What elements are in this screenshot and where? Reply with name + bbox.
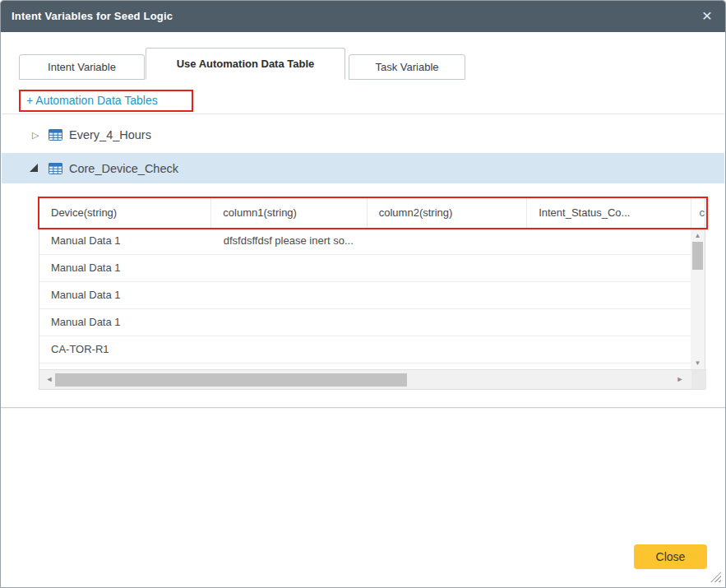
column-header-partial[interactable]: c [691, 198, 705, 228]
table-cell: Manual Data 1 [39, 255, 212, 281]
table-cell [212, 255, 368, 281]
close-button[interactable]: Close [634, 544, 707, 569]
vertical-scrollbar[interactable]: ▲ ▼ [691, 228, 705, 371]
tree-item-label: Every_4_Hours [69, 128, 151, 141]
add-automation-data-tables-link[interactable]: + Automation Data Tables [26, 94, 158, 107]
divider-under-link [2, 113, 724, 114]
table-row[interactable]: Manual Data 1 [39, 309, 692, 336]
tab-task-variable[interactable]: Task Variable [349, 54, 465, 80]
table-row[interactable]: Manual Data 1 [39, 282, 692, 309]
dialog-title: Intent Variables for Seed Logic [12, 1, 173, 32]
tab-intent-variable[interactable]: Intent Variable [19, 54, 145, 80]
table-cell [368, 309, 529, 336]
table-grid-icon [49, 163, 62, 174]
scroll-right-icon[interactable]: ► [673, 370, 687, 389]
column-header-intent-status-co[interactable]: Intent_Status_Co... [527, 198, 691, 228]
table-row[interactable]: Manual Data 1dfsfdsffdsf please inert so… [39, 228, 692, 255]
table-cell [528, 228, 692, 254]
table-cell [528, 336, 692, 363]
table-cell [528, 309, 692, 336]
horizontal-scrollbar[interactable]: ◄ ► [39, 369, 706, 389]
scroll-down-icon[interactable]: ▼ [691, 357, 705, 369]
table-cell: dfsfdsffdsf please inert so... [212, 228, 368, 254]
table-cell: Manual Data 1 [39, 282, 212, 308]
intent-variables-dialog: Intent Variables for Seed Logic × Intent… [0, 0, 726, 588]
table-body: Manual Data 1dfsfdsffdsf please inert so… [39, 228, 692, 371]
tab-use-automation-data-table[interactable]: Use Automation Data Table [146, 48, 345, 80]
table-row[interactable]: CA-TOR-R1 [39, 336, 692, 363]
table-cell [212, 282, 368, 308]
resize-grip-icon[interactable] [710, 572, 721, 582]
column-header-column1-string[interactable]: column1(string) [211, 198, 367, 228]
caret-collapsed-icon[interactable]: ▷ [32, 130, 39, 139]
table-cell [368, 255, 529, 281]
close-icon[interactable]: × [700, 1, 714, 32]
dialog-titlebar: Intent Variables for Seed Logic × [1, 1, 725, 32]
divider-above-footer [1, 407, 725, 408]
tree-item-core-device-check[interactable]: Core_Device_Check [2, 153, 724, 183]
table-cell [528, 282, 692, 308]
table-grid-icon [49, 129, 62, 141]
tree-item-every-4-hours[interactable]: ▷ Every_4_Hours [2, 119, 724, 150]
scroll-up-icon[interactable]: ▲ [691, 229, 705, 242]
vertical-scroll-thumb[interactable] [692, 242, 703, 270]
column-header-device-string[interactable]: Device(string) [39, 198, 211, 228]
tree-item-label: Core_Device_Check [69, 162, 178, 175]
table-cell [368, 282, 529, 308]
table-cell [368, 228, 529, 254]
table-cell [368, 336, 529, 363]
table-cell: Manual Data 1 [39, 228, 212, 254]
column-header-column2-string[interactable]: column2(string) [368, 198, 527, 228]
table-cell [212, 309, 368, 336]
horizontal-scroll-thumb[interactable] [55, 373, 407, 387]
table-header: Device(string)column1(string)column2(str… [39, 198, 705, 228]
table-cell [212, 336, 368, 363]
data-table: Device(string)column1(string)column2(str… [39, 197, 705, 390]
scrollbar-corner [691, 370, 706, 389]
scroll-left-icon[interactable]: ◄ [43, 370, 56, 389]
table-cell: CA-TOR-R1 [39, 336, 212, 363]
table-cell [528, 255, 692, 281]
table-row[interactable]: Manual Data 1 [39, 255, 692, 282]
table-cell: Manual Data 1 [39, 309, 212, 336]
caret-expanded-icon[interactable] [30, 164, 38, 172]
